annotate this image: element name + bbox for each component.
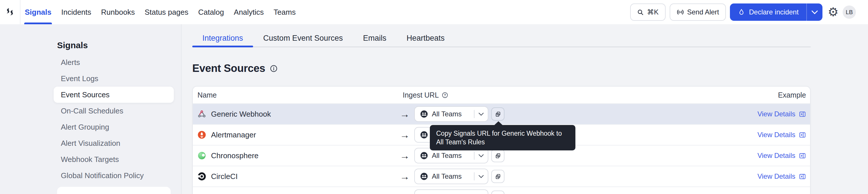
teams-icon bbox=[420, 151, 428, 160]
sidebar-title: Signals bbox=[57, 40, 181, 50]
nav-item-runbooks[interactable]: Runbooks bbox=[101, 0, 135, 24]
top-nav: Signals Incidents Runbooks Status pages … bbox=[0, 0, 868, 24]
copy-icon bbox=[495, 153, 501, 159]
view-details-link[interactable]: View Details bbox=[757, 172, 806, 181]
arrow-right-icon: → bbox=[400, 192, 411, 194]
team-select-caret[interactable] bbox=[474, 175, 488, 178]
sidebar-item-global-notification-policy[interactable]: Global Notification Policy bbox=[54, 167, 174, 184]
copy-url-button[interactable] bbox=[491, 170, 504, 183]
alertmanager-icon bbox=[197, 131, 206, 139]
help-circle-icon[interactable]: ? bbox=[442, 92, 448, 99]
event-source-name: Chronosphere bbox=[211, 151, 258, 160]
team-select[interactable]: All Teams bbox=[414, 169, 488, 184]
sidebar-item-event-sources[interactable]: Event Sources bbox=[54, 87, 174, 103]
copy-url-button[interactable] bbox=[491, 191, 504, 194]
svg-text:?: ? bbox=[444, 93, 446, 97]
sidebar-item-on-call-schedules[interactable]: On-Call Schedules bbox=[54, 103, 174, 119]
chronosphere-icon bbox=[197, 151, 206, 160]
send-alert-label: Send Alert bbox=[687, 8, 719, 16]
webhook-icon bbox=[197, 110, 206, 118]
nav-item-status-pages[interactable]: Status pages bbox=[144, 0, 189, 24]
view-details-link[interactable]: View Details bbox=[757, 131, 806, 139]
team-select[interactable] bbox=[414, 189, 488, 194]
column-ingest-url-label: Ingest URL bbox=[403, 91, 439, 99]
arrow-right-icon: → bbox=[400, 150, 411, 161]
settings-gear-icon[interactable]: ⚙ bbox=[828, 6, 839, 18]
open-panel-icon bbox=[799, 152, 806, 159]
tabs: Integrations Custom Event Sources Emails… bbox=[192, 30, 811, 47]
declare-incident-button[interactable]: Declare incident bbox=[730, 3, 823, 21]
arrow-right-icon: → bbox=[400, 171, 411, 182]
column-name: Name bbox=[197, 91, 217, 99]
primary-nav: Signals Incidents Runbooks Status pages … bbox=[24, 0, 296, 24]
copy-icon bbox=[495, 111, 501, 117]
nav-item-analytics[interactable]: Analytics bbox=[233, 0, 265, 24]
table-header-row: Name Ingest URL ? Example bbox=[193, 87, 810, 103]
copy-icon bbox=[495, 173, 501, 180]
teams-icon bbox=[420, 172, 428, 181]
sidebar-item-alert-visualization[interactable]: Alert Visualization bbox=[54, 135, 174, 151]
sidebar-item-alert-grouping[interactable]: Alert Grouping bbox=[54, 119, 174, 135]
tab-integrations[interactable]: Integrations bbox=[192, 30, 253, 47]
team-select[interactable]: All Teams bbox=[414, 106, 488, 122]
main-panel: Integrations Custom Event Sources Emails… bbox=[182, 24, 868, 194]
view-details-label: View Details bbox=[757, 131, 795, 139]
column-example: Example bbox=[778, 91, 806, 99]
table-row-partial[interactable]: → bbox=[193, 187, 810, 194]
team-select-value: All Teams bbox=[432, 110, 462, 118]
column-ingest-url: Ingest URL ? bbox=[403, 91, 448, 99]
arrow-right-icon: → bbox=[400, 109, 411, 120]
info-icon[interactable] bbox=[270, 65, 278, 73]
view-details-link[interactable]: View Details bbox=[757, 151, 806, 160]
tab-custom-event-sources[interactable]: Custom Event Sources bbox=[253, 30, 353, 47]
tooltip-text: Copy Signals URL for Generic Webhook to … bbox=[436, 130, 562, 146]
view-details-label: View Details bbox=[757, 151, 795, 160]
view-details-label: View Details bbox=[757, 110, 795, 118]
open-panel-icon bbox=[799, 173, 806, 180]
page-title: Event Sources bbox=[192, 62, 265, 75]
broadcast-icon bbox=[677, 8, 684, 16]
sidebar: Signals Alerts Event Logs Event Sources … bbox=[0, 24, 182, 194]
nav-actions: ⌘K Send Alert Declare incident bbox=[630, 0, 856, 24]
copy-url-tooltip: Copy Signals URL for Generic Webhook to … bbox=[430, 125, 576, 150]
avatar[interactable]: LB bbox=[843, 5, 856, 19]
event-source-name: CircleCI bbox=[211, 172, 238, 181]
avatar-initials: LB bbox=[846, 9, 853, 16]
copy-url-button[interactable] bbox=[491, 149, 504, 162]
tab-heartbeats[interactable]: Heartbeats bbox=[396, 30, 455, 47]
team-select-caret[interactable] bbox=[474, 113, 488, 116]
copy-url-button[interactable] bbox=[491, 107, 504, 121]
send-alert-button[interactable]: Send Alert bbox=[670, 3, 726, 21]
nav-item-teams[interactable]: Teams bbox=[273, 0, 296, 24]
declare-incident-label: Declare incident bbox=[749, 8, 799, 16]
open-panel-icon bbox=[799, 111, 806, 118]
sidebar-item-alerts[interactable]: Alerts bbox=[54, 54, 174, 71]
table-row[interactable]: CircleCI → All Teams bbox=[193, 166, 810, 187]
event-sources-table: Name Ingest URL ? Example bbox=[192, 86, 811, 194]
nav-item-incidents[interactable]: Incidents bbox=[61, 0, 92, 24]
chevron-down-icon bbox=[811, 10, 818, 14]
sidebar-item-webhook-targets[interactable]: Webhook Targets bbox=[54, 151, 174, 167]
team-select-value: All Teams bbox=[432, 151, 462, 160]
nav-item-catalog[interactable]: Catalog bbox=[197, 0, 224, 24]
firehydrant-logo-icon bbox=[5, 7, 15, 17]
arrow-right-icon: → bbox=[400, 129, 411, 141]
flame-drop-icon bbox=[738, 8, 745, 16]
view-details-label: View Details bbox=[757, 172, 795, 181]
tab-emails[interactable]: Emails bbox=[353, 30, 396, 47]
team-select-caret[interactable] bbox=[474, 154, 488, 157]
declare-incident-main[interactable]: Declare incident bbox=[730, 3, 806, 21]
search-button[interactable]: ⌘K bbox=[630, 3, 665, 21]
teams-icon bbox=[420, 131, 428, 139]
declare-incident-caret[interactable] bbox=[807, 3, 823, 21]
search-icon bbox=[637, 9, 644, 16]
nav-item-signals[interactable]: Signals bbox=[24, 0, 52, 24]
team-select-value: All Teams bbox=[432, 172, 462, 181]
teams-icon bbox=[420, 110, 428, 118]
firehydrant-logo[interactable] bbox=[0, 0, 21, 24]
sidebar-list: Alerts Event Logs Event Sources On-Call … bbox=[0, 54, 181, 184]
sidebar-bottom-card bbox=[57, 187, 170, 194]
sidebar-item-event-logs[interactable]: Event Logs bbox=[54, 71, 174, 87]
open-panel-icon bbox=[799, 131, 806, 139]
view-details-link[interactable]: View Details bbox=[757, 110, 806, 118]
